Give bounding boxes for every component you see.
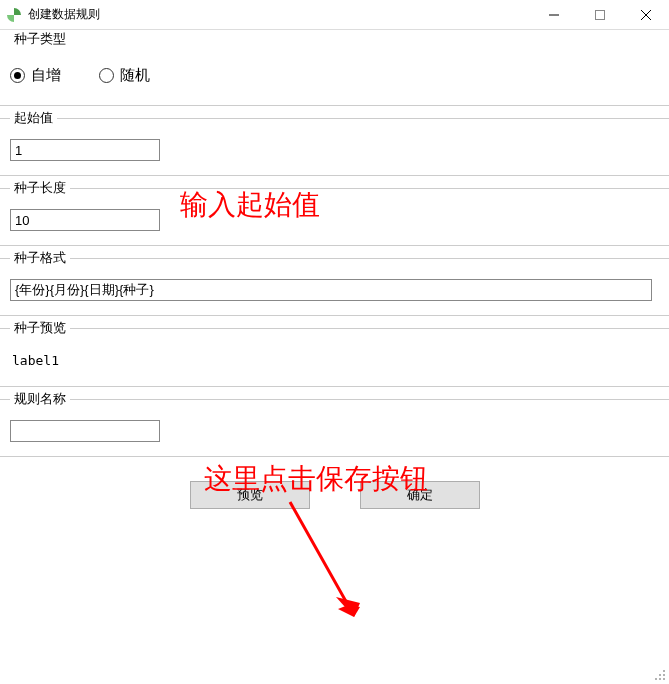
group-label-seed-type: 种子类型	[10, 30, 70, 48]
svg-marker-7	[336, 597, 360, 617]
window-title: 创建数据规则	[28, 6, 100, 23]
radio-icon-checked	[10, 68, 25, 83]
group-start-value: 起始值	[0, 118, 669, 176]
svg-marker-6	[348, 605, 360, 617]
close-button[interactable]	[623, 0, 669, 30]
radio-auto-increment[interactable]: 自增	[10, 66, 61, 85]
svg-point-12	[659, 678, 661, 680]
svg-line-4	[290, 502, 348, 605]
preview-button[interactable]: 预览	[190, 481, 310, 509]
svg-point-9	[659, 674, 661, 676]
radio-random[interactable]: 随机	[99, 66, 150, 85]
seed-format-input[interactable]	[10, 279, 652, 301]
svg-point-10	[663, 674, 665, 676]
rule-name-input[interactable]	[10, 420, 160, 442]
seed-length-input[interactable]	[10, 209, 160, 231]
ok-button[interactable]: 确定	[360, 481, 480, 509]
group-seed-length: 种子长度	[0, 188, 669, 246]
radio-label: 自增	[31, 66, 61, 85]
svg-point-8	[663, 670, 665, 672]
maximize-button[interactable]	[577, 0, 623, 30]
radio-label: 随机	[120, 66, 150, 85]
group-rule-name: 规则名称	[0, 399, 669, 457]
app-icon	[6, 7, 22, 23]
svg-point-11	[655, 678, 657, 680]
minimize-button[interactable]	[531, 0, 577, 30]
group-seed-type: 种子类型 自增 随机	[0, 40, 669, 106]
titlebar: 创建数据规则	[0, 0, 669, 30]
group-label-seed-length: 种子长度	[10, 179, 70, 197]
svg-rect-1	[596, 10, 605, 19]
svg-marker-5	[338, 605, 354, 617]
group-seed-preview: 种子预览 label1	[0, 328, 669, 387]
resize-grip-icon[interactable]	[653, 668, 667, 682]
group-seed-format: 种子格式	[0, 258, 669, 316]
group-label-rule-name: 规则名称	[10, 390, 70, 408]
arrow-icon	[280, 497, 370, 627]
seed-preview-value: label1	[10, 349, 659, 372]
group-label-seed-preview: 种子预览	[10, 319, 70, 337]
start-value-input[interactable]	[10, 139, 160, 161]
radio-icon-unchecked	[99, 68, 114, 83]
svg-point-13	[663, 678, 665, 680]
group-label-start-value: 起始值	[10, 109, 57, 127]
group-label-seed-format: 种子格式	[10, 249, 70, 267]
